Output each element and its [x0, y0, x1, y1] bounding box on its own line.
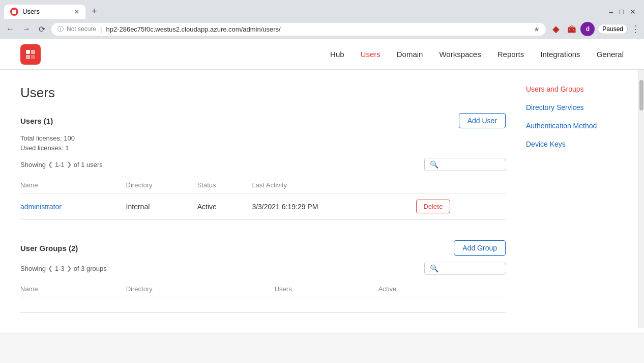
scrollbar-track[interactable]: [638, 70, 644, 328]
user-action-cell: Delete: [416, 193, 506, 220]
users-pagination-row: Showing ❮ 1-1 ❯ of 1 users 🔍: [20, 158, 506, 171]
group-col-name: Name: [20, 281, 126, 297]
group-users-cell: [275, 297, 378, 313]
sidebar-item-device-keys[interactable]: Device Keys: [526, 140, 618, 148]
users-table-body: administrator Internal Active 3/3/2021 6…: [20, 193, 506, 220]
address-separator: |: [100, 25, 102, 33]
browser-toolbar-right: ◆ 🧰 d Paused ⋮: [550, 22, 640, 36]
app-window: Hub Users Domain Workspaces Reports Inte…: [0, 39, 644, 332]
app-logo[interactable]: [20, 44, 41, 65]
minimize-button[interactable]: ‒: [609, 8, 613, 16]
svg-rect-1: [31, 50, 35, 54]
nav-integrations[interactable]: Integrations: [540, 48, 580, 61]
groups-section-header: User Groups (2) Add Group: [20, 240, 506, 256]
svg-rect-3: [31, 55, 35, 59]
content-with-scroll: Users Users (1) Add User Total licenses:…: [0, 70, 644, 328]
maximize-button[interactable]: □: [620, 8, 624, 16]
tab-close-button[interactable]: ✕: [74, 8, 79, 15]
table-row: [20, 297, 506, 313]
group-action-cell: [486, 297, 506, 313]
users-table: Name Directory Status Last Activity admi…: [20, 177, 506, 220]
group-col-users: Users: [275, 281, 378, 297]
nav-domain[interactable]: Domain: [397, 48, 423, 61]
group-active-cell: [378, 297, 486, 313]
profile-button[interactable]: d: [580, 22, 595, 36]
logo-icon: [24, 48, 37, 61]
browser-tab[interactable]: Users ✕: [4, 5, 85, 19]
total-licenses: Total licenses: 100: [20, 134, 506, 142]
extension-icon-2[interactable]: 🧰: [565, 23, 577, 35]
col-header-last-activity: Last Activity: [252, 177, 416, 193]
browser-toolbar: ← → ⟳ ⓘ Not secure | hp2-286ec75f0c.west…: [0, 19, 644, 39]
groups-section: User Groups (2) Add Group Showing ❮ 1-3 …: [20, 240, 506, 313]
col-header-action: [416, 177, 506, 193]
group-col-directory: Directory: [126, 281, 275, 297]
users-section: Users (1) Add User Total licenses: 100 U…: [20, 113, 506, 220]
users-table-header: Name Directory Status Last Activity: [20, 177, 506, 193]
table-row: administrator Internal Active 3/3/2021 6…: [20, 193, 506, 220]
add-group-button[interactable]: Add Group: [454, 240, 506, 256]
close-button[interactable]: ✕: [630, 8, 636, 16]
groups-search-icon: 🔍: [430, 264, 438, 272]
add-user-button[interactable]: Add User: [459, 113, 506, 128]
groups-table: Name Directory Users Active: [20, 281, 506, 313]
users-search-icon: 🔍: [430, 160, 438, 169]
window-controls: ‒ □ ✕: [609, 8, 640, 16]
app-header: Hub Users Domain Workspaces Reports Inte…: [0, 39, 644, 70]
address-bar[interactable]: ⓘ Not secure | hp2-286ec75f0c.westus2.cl…: [51, 23, 546, 36]
pagination-next[interactable]: ❯: [67, 161, 72, 168]
svg-rect-2: [26, 55, 30, 59]
user-name-cell: administrator: [20, 193, 126, 220]
user-status-cell: Active: [197, 193, 252, 220]
nav-users[interactable]: Users: [361, 48, 380, 61]
delete-user-button[interactable]: Delete: [416, 200, 451, 213]
user-link[interactable]: administrator: [20, 203, 62, 211]
groups-pagination-text: Showing ❮ 1-3 ❯ of 3 groups: [20, 265, 107, 272]
users-search-input[interactable]: [442, 161, 527, 169]
users-section-title: Users (1): [20, 117, 53, 125]
extension-icon-1[interactable]: ◆: [550, 23, 562, 35]
groups-pagination-of: of 3 groups: [74, 265, 107, 272]
col-header-name: Name: [20, 177, 126, 193]
content-area: Users Users (1) Add User Total licenses:…: [20, 85, 506, 313]
groups-pagination-row: Showing ❮ 1-3 ❯ of 3 groups 🔍: [20, 262, 506, 275]
browser-chrome: Users ✕ + ‒ □ ✕ ← → ⟳ ⓘ Not secure | hp2…: [0, 0, 644, 39]
bookmark-icon[interactable]: ★: [534, 25, 540, 33]
forward-button[interactable]: →: [20, 22, 33, 36]
browser-menu-button[interactable]: ⋮: [631, 23, 640, 35]
reload-button[interactable]: ⟳: [37, 22, 47, 36]
svg-rect-0: [26, 50, 30, 54]
scrollbar-thumb[interactable]: [639, 80, 643, 110]
col-header-status: Status: [197, 177, 252, 193]
pagination-of: of 1 users: [74, 161, 103, 169]
paused-button[interactable]: Paused: [598, 24, 628, 34]
new-tab-button[interactable]: +: [87, 4, 101, 19]
security-icon: ⓘ: [57, 25, 64, 34]
tab-title: Users: [22, 8, 40, 15]
sidebar-item-directory-services[interactable]: Directory Services: [526, 103, 618, 111]
sidebar-item-users-and-groups[interactable]: Users and Groups: [526, 85, 618, 93]
sidebar-item-authentication-method[interactable]: Authentication Method: [526, 122, 618, 130]
nav-general[interactable]: General: [597, 48, 624, 61]
users-pagination-text: Showing ❮ 1-1 ❯ of 1 users: [20, 161, 103, 169]
showing-label: Showing: [20, 161, 46, 169]
users-section-header: Users (1) Add User: [20, 113, 506, 128]
users-search-box[interactable]: 🔍: [424, 158, 506, 171]
security-label: Not secure: [67, 25, 96, 33]
group-col-active: Active: [378, 281, 486, 297]
groups-search-input[interactable]: [442, 265, 527, 272]
pagination-prev[interactable]: ❮: [48, 161, 53, 168]
nav-reports[interactable]: Reports: [497, 48, 524, 61]
nav-workspaces[interactable]: Workspaces: [439, 48, 481, 61]
group-name-cell: [20, 297, 126, 313]
groups-search-box[interactable]: 🔍: [424, 262, 506, 275]
app-nav: Hub Users Domain Workspaces Reports Inte…: [330, 48, 624, 61]
group-col-action: [486, 281, 506, 297]
groups-pagination-prev[interactable]: ❮: [48, 265, 53, 272]
main-content: Users Users (1) Add User Total licenses:…: [0, 70, 638, 328]
back-button[interactable]: ←: [4, 22, 16, 36]
col-header-directory: Directory: [126, 177, 197, 193]
groups-pagination-next[interactable]: ❯: [67, 265, 72, 272]
nav-hub[interactable]: Hub: [330, 48, 344, 61]
groups-showing-label: Showing: [20, 265, 46, 272]
